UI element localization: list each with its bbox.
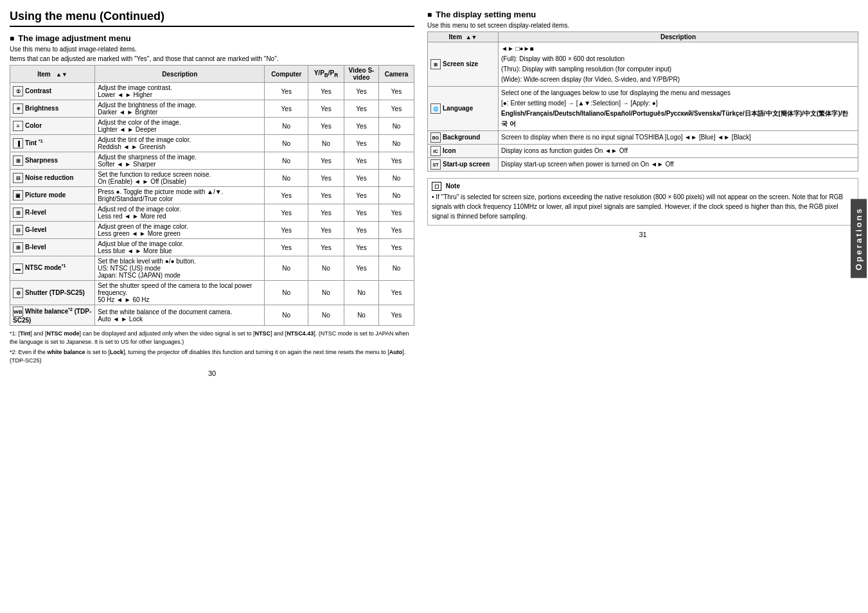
camera-cell: Yes [379,239,414,256]
computer-cell: Yes [265,239,308,256]
svideo-cell: Yes [344,239,379,256]
page-title: Using the menu (Continued) [10,10,414,27]
camera-cell: No [379,187,414,204]
image-item-cell: ⊞R-level [10,204,95,222]
ypbpr-cell: Yes [308,152,344,170]
right-col-header-item: Item ▲▼ [428,32,499,42]
display-item-cell: STStart-up screen [428,158,499,172]
col-header-ypbpr: Y/PB/PR [308,66,344,83]
ypbpr-cell: No [308,135,344,152]
camera-cell: No [379,118,414,135]
image-item-cell: ⊞B-level [10,239,95,256]
image-table-row: ⊟Noise reductionSet the function to redu… [10,170,414,187]
footnote-1: *1: [Tint] and [NTSC mode] can be displa… [10,330,414,346]
computer-cell: Yes [265,187,308,204]
camera-cell: Yes [379,100,414,118]
image-table-row: ▬NTSC mode*1Set the black level with ●/●… [10,256,414,281]
svideo-cell: Yes [344,135,379,152]
display-desc-cell: Display icons as function guides On ◄► O… [499,145,858,158]
right-column: The display setting menu Use this menu t… [424,6,862,607]
ypbpr-cell: Yes [308,118,344,135]
computer-cell: No [265,152,308,170]
computer-cell: No [265,118,308,135]
right-col-header-desc: Description [499,32,858,42]
image-desc-cell: Adjust the sharpness of the image. Softe… [95,152,265,170]
ypbpr-cell: No [308,256,344,281]
display-desc-cell: ◄► □●►■(Full): Display with 800 × 600 do… [499,42,858,87]
image-item-cell: ☀Brightness [10,100,95,118]
col-header-desc: Description [95,66,265,83]
computer-cell: Yes [265,222,308,239]
image-desc-cell: Adjust green of the image color. Less gr… [95,222,265,239]
image-item-cell: ⚙Shutter (TDP-SC25) [10,281,95,305]
svideo-cell: Yes [344,83,379,100]
computer-cell: No [265,305,308,326]
note-title: ◻ Note [432,182,854,190]
image-item-cell: ⊞Sharpness [10,152,95,170]
svideo-cell: No [344,281,379,305]
image-table-row: ⊞R-levelAdjust red of the image color. L… [10,204,414,222]
svideo-cell: Yes [344,187,379,204]
image-item-cell: ▐Tint *1 [10,135,95,152]
camera-cell: Yes [379,222,414,239]
ypbpr-cell: No [308,281,344,305]
right-section-title: The display setting menu [427,10,858,19]
ypbpr-cell: No [308,305,344,326]
image-table-row: ⊞B-levelAdjust blue of the image color. … [10,239,414,256]
left-section-desc1: Use this menu to adjust image-related it… [10,46,414,53]
image-desc-cell: Set the black level with ●/● button. US:… [95,256,265,281]
image-table-row: ▣Picture modePress ●. Toggle the picture… [10,187,414,204]
camera-cell: Yes [379,204,414,222]
camera-cell: Yes [379,152,414,170]
image-table-row: ①ContrastAdjust the image contrast. Lowe… [10,83,414,100]
note-content: • If "Thru" is selected for screen size,… [432,192,854,221]
computer-cell: No [265,170,308,187]
col-header-computer: Computer [265,66,308,83]
svideo-cell: Yes [344,118,379,135]
image-desc-cell: Adjust blue of the image color. Less blu… [95,239,265,256]
ypbpr-cell: Yes [308,170,344,187]
image-table-row: ☀BrightnessAdjust the brightness of the … [10,100,414,118]
image-item-cell: ①Contrast [10,83,95,100]
image-table-row: ▐Tint *1Adjust the tint of the image col… [10,135,414,152]
display-table-row: BGBackgroundScreen to display when there… [428,131,858,145]
operations-sidebar: Operations [851,199,867,278]
svideo-cell: No [344,305,379,326]
camera-cell: No [379,256,414,281]
display-item-cell: 🌐Language [428,87,499,131]
image-table-row: ⊟G-levelAdjust green of the image color.… [10,222,414,239]
footnote-2: *2: Even if the white balance is set to … [10,348,414,364]
computer-cell: No [265,256,308,281]
col-header-camera: Camera [379,66,414,83]
display-table-row: 🌐LanguageSelect one of the languages bel… [428,87,858,131]
svideo-cell: Yes [344,204,379,222]
image-item-cell: ▣Picture mode [10,187,95,204]
display-item-cell: BGBackground [428,131,499,145]
camera-cell: Yes [379,305,414,326]
ypbpr-cell: Yes [308,100,344,118]
computer-cell: No [265,135,308,152]
display-setting-table: Item ▲▼ Description ⊞Screen size◄► □●►■(… [427,31,858,172]
computer-cell: Yes [265,100,308,118]
left-page-num: 30 [10,369,414,377]
display-table-row: STStart-up screenDisplay start-up screen… [428,158,858,172]
image-item-cell: ⊟Noise reduction [10,170,95,187]
svideo-cell: Yes [344,170,379,187]
display-item-cell: ICIcon [428,145,499,158]
left-column: Using the menu (Continued) The image adj… [6,6,418,607]
display-item-cell: ⊞Screen size [428,42,499,87]
image-desc-cell: Set the function to reduce screen noise.… [95,170,265,187]
image-desc-cell: Adjust the brightness of the image. Dark… [95,100,265,118]
svideo-cell: Yes [344,256,379,281]
image-desc-cell: Set the shutter speed of the camera to t… [95,281,265,305]
image-table-row: WBWhite balance*2 (TDP-SC25)Set the whit… [10,305,414,326]
right-section-desc1: Use this menu to set screen display-rela… [427,22,858,29]
svideo-cell: Yes [344,222,379,239]
image-desc-cell: Adjust red of the image color. Less red … [95,204,265,222]
display-desc-cell: Display start-up screen when power is tu… [499,158,858,172]
ypbpr-cell: Yes [308,222,344,239]
col-header-svideo: Video S-video [344,66,379,83]
image-item-cell: ▬NTSC mode*1 [10,256,95,281]
image-item-cell: WBWhite balance*2 (TDP-SC25) [10,305,95,326]
image-desc-cell: Press ●. Toggle the picture mode with ▲/… [95,187,265,204]
